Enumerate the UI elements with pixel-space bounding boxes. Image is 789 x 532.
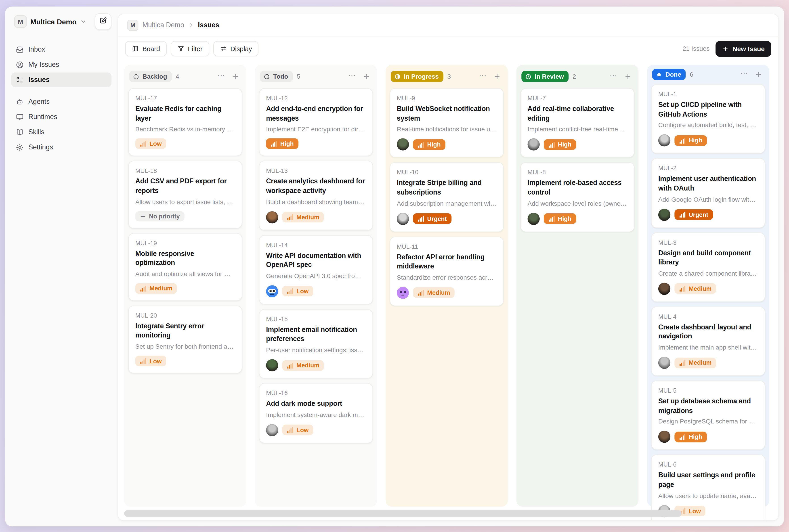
avatar-robot [266, 285, 278, 297]
priority-badge-urgent: Urgent [674, 209, 713, 220]
ellipsis-icon: ⋯ [479, 71, 487, 79]
issue-title: Write API documentation with OpenAPI spe… [266, 251, 366, 270]
display-view-button[interactable]: Display [213, 41, 259, 56]
priority-badge-urgent: Urgent [413, 213, 451, 224]
column-add-issue-button[interactable] [491, 71, 503, 82]
column-more-button[interactable]: ⋯ [477, 71, 489, 82]
issue-card-mul-19[interactable]: MUL-19Mobile responsive optimizationAudi… [128, 233, 242, 301]
issue-footer: High [397, 138, 496, 151]
priority-label: Low [149, 141, 162, 147]
issue-card-mul-1[interactable]: MUL-1Set up CI/CD pipeline with GitHub A… [651, 84, 765, 154]
button-label: Board [142, 45, 160, 53]
compose-issue-button[interactable] [95, 13, 111, 30]
sidebar-item-inbox[interactable]: Inbox [11, 42, 111, 57]
issue-id: MUL-15 [266, 316, 366, 323]
issue-card-mul-9[interactable]: MUL-9Build WebSocket notification system… [390, 88, 504, 158]
breadcrumb-workspace[interactable]: Multica Demo [142, 21, 184, 29]
status-label: In Progress [404, 73, 439, 80]
issue-card-mul-8[interactable]: MUL-8Implement role-based access control… [521, 162, 634, 232]
sidebar-item-skills[interactable]: Skills [11, 125, 111, 139]
column-add-issue-button[interactable] [622, 71, 634, 82]
priority-label: Medium [149, 285, 172, 291]
status-pill-todo: Todo [260, 71, 293, 82]
avatar-white-cap [397, 213, 409, 225]
horizontal-scrollbar[interactable] [124, 510, 681, 517]
issue-card-mul-2[interactable]: MUL-2Implement user authentication with … [651, 158, 765, 228]
sidebar-item-label: Agents [29, 98, 50, 106]
issue-footer: Urgent [658, 208, 758, 221]
column-more-button[interactable]: ⋯ [608, 71, 619, 82]
clock-circle-icon [525, 73, 531, 80]
desktop-background: M Multica Demo InboxMy IssuesIssuesAgent… [0, 0, 789, 532]
sidebar-item-label: Skills [29, 128, 44, 136]
board-view-button[interactable]: Board [125, 41, 166, 56]
issue-card-mul-13[interactable]: MUL-13Create analytics dashboard for wor… [259, 161, 373, 230]
issue-card-mul-17[interactable]: MUL-17Evaluate Redis for caching layerBe… [128, 88, 242, 156]
priority-badge-low: Low [282, 424, 313, 435]
avatar-grayscale-woman [266, 424, 278, 436]
column-header-done: Done6⋯ [651, 69, 765, 80]
column-add-issue-button[interactable] [753, 69, 764, 80]
column-more-button[interactable]: ⋯ [216, 71, 227, 82]
avatar-dizzy-face [397, 287, 409, 299]
issue-card-mul-3[interactable]: MUL-3Design and build component libraryC… [651, 232, 765, 302]
new-issue-button[interactable]: New Issue [716, 41, 771, 57]
filter-view-button[interactable]: Filter [171, 41, 209, 56]
column-todo: Todo5⋯MUL-12Add end-to-end encryption fo… [255, 65, 377, 507]
issue-card-mul-16[interactable]: MUL-16Add dark mode supportImplement sys… [259, 383, 373, 443]
ellipsis-icon: ⋯ [217, 71, 225, 79]
column-header-in-progress: In Progress3⋯ [390, 69, 504, 84]
priority-badge-medium: Medium [413, 287, 455, 298]
issue-id: MUL-6 [658, 461, 758, 468]
column-add-issue-button[interactable] [361, 71, 372, 82]
issue-id: MUL-20 [135, 312, 235, 319]
priority-label: Medium [297, 362, 319, 368]
column-more-button[interactable]: ⋯ [739, 69, 750, 80]
workspace-switcher[interactable]: M Multica Demo [11, 13, 92, 30]
issue-footer: Medium [266, 359, 366, 371]
priority-label: High [427, 141, 441, 147]
avatar-beanie-grayscale [658, 134, 670, 147]
column-header-in-review: In Review2⋯ [521, 69, 634, 84]
priority-low-icon [140, 358, 146, 364]
sidebar-item-agents[interactable]: Agents [11, 94, 111, 109]
column-add-issue-button[interactable] [230, 71, 241, 82]
robot-icon [16, 98, 24, 106]
app-window: M Multica Demo InboxMy IssuesIssuesAgent… [5, 6, 784, 526]
issue-card-mul-12[interactable]: MUL-12Add end-to-end encryption for mess… [259, 88, 373, 156]
issue-title: Add CSV and PDF export for reports [135, 177, 235, 196]
issue-footer: Low [135, 356, 235, 366]
priority-label: Low [297, 288, 308, 294]
issue-card-mul-18[interactable]: MUL-18Add CSV and PDF export for reports… [128, 161, 242, 228]
issue-title: Implement email notification preferences [266, 325, 366, 344]
priority-high-icon [548, 215, 555, 222]
issue-description: Audit and optimize all views for mobile… [135, 270, 235, 278]
sidebar-item-runtimes[interactable]: Runtimes [11, 110, 111, 124]
issue-description: Implement conflict-free real-time editin… [528, 126, 627, 133]
toolbar-right: 21 Issues New Issue [682, 41, 771, 57]
column-actions: ⋯ [608, 71, 633, 82]
issue-card-mul-5[interactable]: MUL-5Set up database schema and migratio… [651, 381, 765, 450]
issue-card-mul-14[interactable]: MUL-14Write API documentation with OpenA… [259, 235, 373, 304]
issue-title: Refactor API error handling middleware [397, 253, 496, 271]
sidebar-item-label: My Issues [29, 61, 59, 68]
column-actions: ⋯ [477, 71, 503, 82]
plus-icon [232, 73, 239, 80]
issue-footer: Medium [658, 357, 758, 369]
issue-card-mul-4[interactable]: MUL-4Create dashboard layout and navigat… [651, 306, 765, 376]
avatar-woman-dark [658, 283, 670, 294]
priority-low-icon [287, 426, 293, 433]
circle-icon [264, 73, 270, 80]
column-more-button[interactable]: ⋯ [347, 71, 358, 82]
issue-description: Benchmark Redis vs in-memory cachin… [135, 126, 235, 133]
issue-card-mul-11[interactable]: MUL-11Refactor API error handling middle… [390, 236, 504, 306]
priority-label: Medium [689, 360, 712, 366]
sidebar-item-settings[interactable]: Settings [11, 140, 111, 155]
issue-card-mul-15[interactable]: MUL-15Implement email notification prefe… [259, 309, 373, 378]
issue-card-mul-10[interactable]: MUL-10Integrate Stripe billing and subsc… [390, 162, 504, 232]
issue-card-mul-20[interactable]: MUL-20Integrate Sentry error monitoringS… [128, 305, 242, 374]
sidebar-item-my-issues[interactable]: My Issues [11, 57, 111, 72]
sidebar-item-issues[interactable]: Issues [11, 72, 111, 87]
workspace-name: Multica Demo [31, 17, 76, 25]
issue-card-mul-7[interactable]: MUL-7Add real-time collaborative editing… [521, 88, 634, 158]
